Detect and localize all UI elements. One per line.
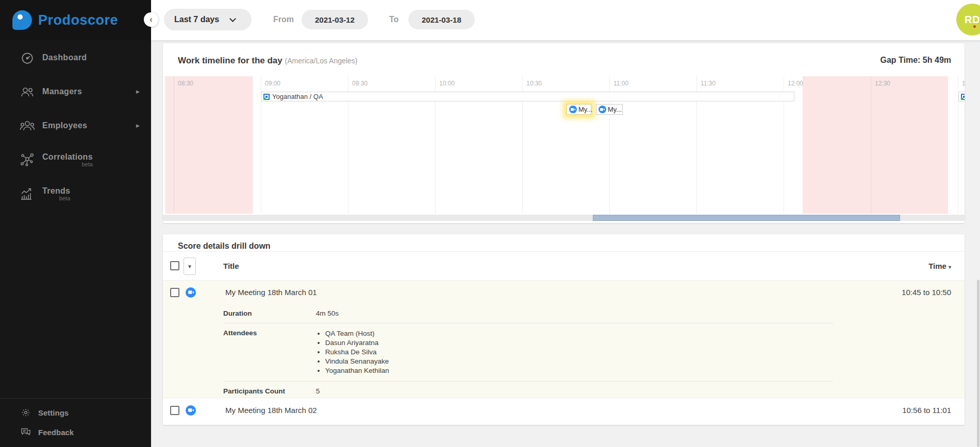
detail-value: 5 [316,387,320,395]
sidebar-item-dashboard[interactable]: Dashboard [0,41,151,75]
chevron-down-icon [229,15,236,22]
logo[interactable]: Prodoscore [0,0,151,40]
notification-dot [973,25,976,28]
prodoscore-logo-icon [12,10,32,30]
meeting-time: 10:45 to 10:50 [902,288,951,297]
table-row[interactable]: My Meeting 18th March 02 10:56 to 11:01 [163,398,965,422]
time-tick: 12:00 [788,80,803,87]
detail-label: Duration [223,310,314,317]
beta-badge: beta [81,161,92,167]
sidebar-item-settings[interactable]: Settings [0,403,151,422]
attendee: QA Team (Host) [325,329,389,338]
calendar-icon [961,94,965,100]
timeline-viewport: 08:30 09:00 09:30 10:00 10:30 11:00 11:3… [165,76,965,214]
sidebar-item-label: Dashboard [42,53,87,62]
chip-label: My... [608,106,622,113]
time-tick: 12:30 [875,80,890,87]
sidebar-item-label: Settings [38,408,69,417]
sidebar-item-managers[interactable]: Managers ▶ [0,75,151,109]
from-date-field[interactable]: 2021-03-12 [302,10,368,29]
event-label: Yoganathan / QA [272,93,323,100]
gridline [871,76,871,214]
sidebar-item-label: Correlations [42,152,93,162]
drilldown-title: Score details drill down [178,242,271,251]
meeting-time: 10:56 to 11:01 [902,406,951,415]
gap-region [166,76,253,214]
sidebar-item-label: Feedback [38,428,74,437]
row-checkbox[interactable] [170,288,179,297]
calendar-event-bar[interactable]: Yoganathan / QA [261,92,794,101]
sidebar-item-feedback[interactable]: Feedback [0,422,151,442]
meeting-title[interactable]: My Meeting 18th March 02 [225,406,317,415]
date-range-dropdown[interactable]: Last 7 days [164,9,252,30]
sidebar-item-label: Managers [42,87,82,96]
timeline-scrollbar-thumb[interactable] [593,215,900,221]
beta-badge: beta [59,195,70,201]
avatar-initials: RD [965,14,980,26]
time-tick: 09:30 [352,80,368,87]
calendar-event-bar[interactable] [958,92,965,101]
selection-dropdown-button[interactable]: ▼ [184,257,196,275]
sidebar-item-label: Employees [42,121,87,130]
zoom-video-icon [186,405,196,416]
time-tick: 11:00 [613,80,628,87]
chevron-right-icon: ▶ [136,89,140,94]
sidebar-item-trends[interactable]: Trends beta [0,177,151,211]
meeting-title[interactable]: My Meeting 18th March 01 [225,288,317,297]
meeting-chip[interactable]: My... [596,104,623,115]
attendee: Yoganathan Kethilan [325,366,389,375]
table-row-expanded: My Meeting 18th March 01 10:45 to 10:50 … [163,281,965,398]
time-tick: 10:00 [439,80,455,87]
zoom-video-icon [599,106,606,113]
time-tick: 13:00 [962,80,965,87]
feedback-icon [20,427,32,437]
to-label: To [389,15,398,24]
sidebar-item-label: Trends [42,186,70,196]
chip-label: My... [578,106,592,113]
dashboard-icon [20,51,35,64]
chevron-right-icon: ▶ [136,123,140,128]
managers-icon [20,85,35,98]
sidebar-collapse-button[interactable]: ‹ [144,12,158,27]
time-tick: 11:30 [701,80,716,87]
page-scrollbar-thumb[interactable] [977,280,979,447]
timeline-scrollbar-track[interactable] [163,215,965,221]
zoom-video-icon [186,287,196,298]
attendee: Vindula Senanayake [325,357,389,366]
gridline [174,76,174,214]
row-summary[interactable]: My Meeting 18th March 01 10:45 to 10:50 [163,281,965,304]
gap-time: Gap Time: 5h 49m [880,56,951,65]
calendar-icon [263,94,270,100]
time-tick: 09:00 [265,80,280,87]
time-tick: 10:30 [526,80,542,87]
column-header-time[interactable]: Time▾ [928,262,951,270]
employees-icon [20,119,35,132]
timeline-title: Work timeline for the day (America/Los A… [178,56,357,66]
detail-row-duration: Duration 4m 50s [163,304,965,323]
sidebar-item-correlations[interactable]: Correlations beta [0,143,151,177]
sidebar-item-employees[interactable]: Employees ▶ [0,109,151,143]
sidebar-divider [0,398,151,399]
detail-value: 4m 50s [316,310,339,317]
attendee: Ruksha De Silva [325,348,389,357]
correlations-icon [20,152,35,167]
time-tick: 08:30 [178,80,193,87]
work-timeline-card: Work timeline for the day (America/Los A… [163,43,965,223]
column-header-title[interactable]: Title [223,262,239,270]
avatar[interactable]: RD [956,4,980,36]
gear-icon [20,408,32,417]
sidebar: Prodoscore Dashboard Managers ▶ [0,0,151,447]
zoom-video-icon [569,106,577,113]
meeting-chip-highlighted[interactable]: My... [567,104,591,115]
table-header: ▼ Title Time▾ [163,251,965,281]
to-date-field[interactable]: 2021-03-18 [408,10,475,29]
sort-caret-icon: ▾ [949,264,951,270]
logo-text: Prodoscore [38,12,118,28]
from-label: From [273,15,294,24]
detail-row-attendees: Attendees QA Team (Host) Dasun Ariyaratn… [163,323,965,381]
row-checkbox[interactable] [170,406,179,415]
trends-icon [20,186,35,201]
attendee: Dasun Ariyaratna [325,338,389,348]
detail-label: Attendees [223,329,314,337]
select-all-checkbox[interactable] [170,261,179,270]
